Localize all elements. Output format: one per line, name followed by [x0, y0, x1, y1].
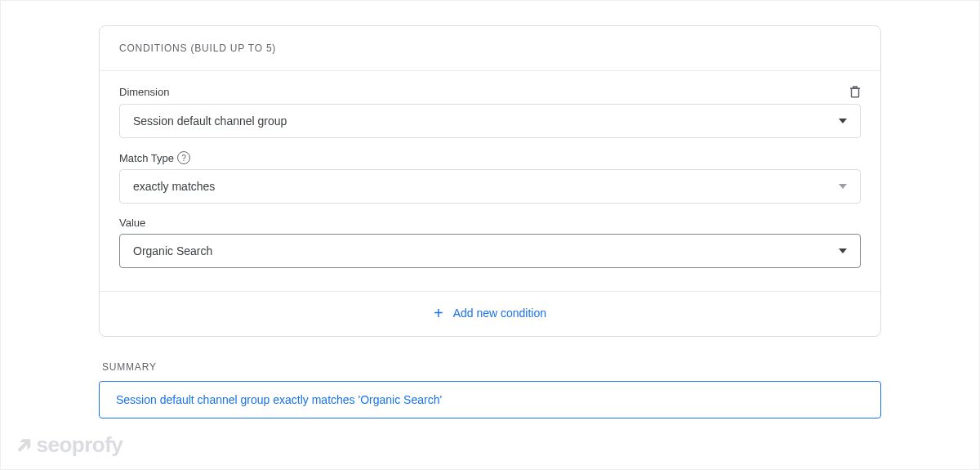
match-type-row: Match Type ?	[119, 151, 861, 164]
value-label: Value	[119, 217, 145, 229]
dimension-row: Dimension	[119, 84, 861, 99]
trash-icon[interactable]	[848, 84, 861, 99]
summary-box: Session default channel group exactly ma…	[99, 381, 881, 419]
help-icon[interactable]: ?	[177, 151, 190, 164]
value-row: Value	[119, 217, 861, 229]
chevron-down-icon	[839, 248, 847, 253]
summary-label: SUMMARY	[99, 361, 881, 381]
arrow-icon: ➔	[9, 430, 39, 460]
match-type-select[interactable]: exactly matches	[119, 169, 861, 204]
summary-text: Session default channel group exactly ma…	[116, 393, 442, 406]
watermark: ➔ seoprofy	[16, 432, 122, 458]
value-select[interactable]: Organic Search	[119, 234, 861, 268]
dimension-select[interactable]: Session default channel group	[119, 104, 861, 138]
match-type-value: exactly matches	[133, 180, 215, 193]
dimension-value: Session default channel group	[133, 114, 287, 128]
chevron-down-icon	[839, 184, 847, 189]
conditions-card: CONDITIONS (BUILD UP TO 5) Dimension Ses…	[99, 25, 881, 337]
add-condition-button[interactable]: + Add new condition	[100, 291, 880, 336]
chevron-down-icon	[839, 119, 847, 123]
match-type-label: Match Type ?	[119, 151, 190, 164]
value-value: Organic Search	[133, 244, 212, 257]
conditions-body: Dimension Session default channel group …	[100, 71, 880, 291]
dimension-label: Dimension	[119, 86, 169, 98]
add-condition-label: Add new condition	[453, 307, 546, 320]
plus-icon: +	[434, 305, 443, 321]
conditions-header: CONDITIONS (BUILD UP TO 5)	[100, 26, 880, 71]
